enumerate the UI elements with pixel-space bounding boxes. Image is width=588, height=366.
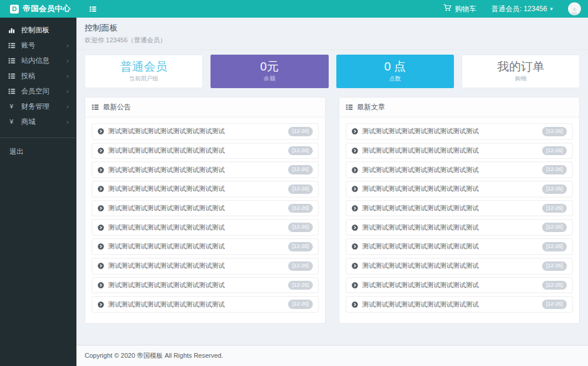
sidebar-item-label: 账号 — [21, 41, 35, 51]
stat-card-label: 点数 — [389, 75, 401, 83]
list-item-title: 测试测试测试测试测试测试测试测试测试 — [362, 261, 479, 270]
list-item[interactable]: 测试测试测试测试测试测试测试测试测试 [12-26] — [346, 143, 573, 159]
arrow-circle-icon — [98, 167, 104, 173]
arrow-circle-icon — [352, 282, 358, 288]
list-item[interactable]: 测试测试测试测试测试测试测试测试测试 [12-26] — [92, 219, 319, 236]
panels-row: 最新公告 测试测试测试测试测试测试测试测试测试 [12-26] 测试测试测试测试… — [76, 88, 588, 324]
sidebar-item-label: 商城 — [21, 117, 35, 127]
list-icon — [346, 104, 353, 110]
list-item[interactable]: 测试测试测试测试测试测试测试测试测试 [12-26] — [92, 277, 319, 294]
logo-icon: D — [10, 5, 19, 14]
list-item[interactable]: 测试测试测试测试测试测试测试测试测试 [12-26] — [346, 123, 573, 140]
list-item-title: 测试测试测试测试测试测试测试测试测试 — [362, 281, 479, 290]
list-item[interactable]: 测试测试测试测试测试测试测试测试测试 [12-26] — [92, 123, 319, 140]
list-item-title: 测试测试测试测试测试测试测试测试测试 — [108, 184, 225, 193]
arrow-circle-icon — [98, 301, 104, 308]
stat-card-0[interactable]: 普通会员 当前用户组 — [85, 55, 203, 88]
bar-chart-icon — [8, 27, 15, 33]
sidebar-item-1[interactable]: 账号 › — [0, 38, 76, 53]
copyright-text: Copyright © 2020 帝国模板 All Rights Reserve… — [85, 352, 223, 359]
chevron-right-icon: › — [66, 119, 69, 125]
list-item[interactable]: 测试测试测试测试测试测试测试测试测试 [12-26] — [346, 296, 573, 313]
list-item-date-badge: [12-26] — [288, 184, 313, 194]
brand[interactable]: D 帝国会员中心 — [0, 4, 76, 14]
list-item-title: 测试测试测试测试测试测试测试测试测试 — [362, 300, 479, 309]
list-item-title: 测试测试测试测试测试测试测试测试测试 — [362, 127, 479, 136]
arrow-circle-icon — [352, 263, 358, 269]
panel-title: 最新公告 — [103, 102, 131, 112]
list-item[interactable]: 测试测试测试测试测试测试测试测试测试 [12-26] — [346, 219, 573, 236]
list-item-date-badge: [12-26] — [288, 281, 313, 290]
chevron-right-icon: › — [66, 88, 69, 95]
list-item[interactable]: 测试测试测试测试测试测试测试测试测试 [12-26] — [92, 258, 319, 274]
stat-card-value: 我的订单 — [497, 60, 544, 73]
list-item-date-badge: [12-26] — [542, 184, 567, 194]
panel-list: 测试测试测试测试测试测试测试测试测试 [12-26] 测试测试测试测试测试测试测… — [85, 117, 325, 323]
list-item-date-badge: [12-26] — [288, 223, 313, 232]
sidebar-item-logout[interactable]: 退出 — [0, 138, 76, 166]
stat-card-3[interactable]: 我的订单 购物 — [462, 55, 580, 88]
list-item-title: 测试测试测试测试测试测试测试测试测试 — [108, 166, 225, 174]
panel-header: 最新文章 — [339, 98, 579, 117]
stat-card-2[interactable]: 0 点 点数 — [336, 55, 455, 88]
list-item[interactable]: 测试测试测试测试测试测试测试测试测试 [12-26] — [92, 143, 319, 159]
arrow-circle-icon — [352, 224, 358, 231]
sidebar-nav: 控制面板 › 账号 › 站内信息 › 投稿 › 会员空间 › ¥ 财务管理 › … — [0, 18, 76, 129]
arrow-circle-icon — [98, 243, 104, 250]
list-item-title: 测试测试测试测试测试测试测试测试测试 — [362, 204, 479, 213]
list-item[interactable]: 测试测试测试测试测试测试测试测试测试 [12-26] — [346, 181, 573, 197]
list-item-title: 测试测试测试测试测试测试测试测试测试 — [362, 146, 479, 155]
list-item[interactable]: 测试测试测试测试测试测试测试测试测试 [12-26] — [346, 239, 573, 255]
list-item[interactable]: 测试测试测试测试测试测试测试测试测试 [12-26] — [92, 181, 319, 197]
arrow-circle-icon — [352, 128, 358, 135]
list-item-date-badge: [12-26] — [542, 242, 567, 251]
list-item-title: 测试测试测试测试测试测试测试测试测试 — [362, 166, 479, 174]
list-item[interactable]: 测试测试测试测试测试测试测试测试测试 [12-26] — [346, 258, 573, 274]
sidebar-item-4[interactable]: 会员空间 › — [0, 83, 76, 99]
list-item-date-badge: [12-26] — [542, 165, 567, 174]
sidebar-item-label: 站内信息 — [21, 56, 49, 66]
avatar[interactable] — [568, 2, 581, 15]
sidebar-item-0[interactable]: 控制面板 › — [0, 22, 76, 38]
list-item[interactable]: 测试测试测试测试测试测试测试测试测试 [12-26] — [92, 200, 319, 217]
user-menu[interactable]: 普通会员: 123456 ▾ — [492, 4, 553, 14]
list-item[interactable]: 测试测试测试测试测试测试测试测试测试 [12-26] — [346, 200, 573, 217]
panel-list: 测试测试测试测试测试测试测试测试测试 [12-26] 测试测试测试测试测试测试测… — [339, 117, 579, 323]
list-item[interactable]: 测试测试测试测试测试测试测试测试测试 [12-26] — [346, 277, 573, 294]
list-item-title: 测试测试测试测试测试测试测试测试测试 — [108, 223, 225, 232]
top-header: D 帝国会员中心 购物车 普通会员: 123456 ▾ — [0, 0, 588, 18]
list-item-date-badge: [12-26] — [288, 242, 313, 251]
sidebar-item-3[interactable]: 投稿 › — [0, 68, 76, 83]
list-item-title: 测试测试测试测试测试测试测试测试测试 — [108, 261, 225, 270]
list-item-title: 测试测试测试测试测试测试测试测试测试 — [108, 281, 225, 290]
panel-title: 最新文章 — [357, 102, 385, 112]
list-item-date-badge: [12-26] — [542, 223, 567, 232]
sidebar-item-label: 控制面板 — [21, 25, 49, 35]
footer: Copyright © 2020 帝国模板 All Rights Reserve… — [76, 345, 588, 366]
sidebar-item-2[interactable]: 站内信息 › — [0, 53, 76, 68]
main-content: 控制面板 欢迎你 123456（普通会员） 普通会员 当前用户组 0元 余额 0… — [76, 18, 588, 366]
stat-card-1[interactable]: 0元 余额 — [211, 55, 329, 88]
list-item-date-badge: [12-26] — [288, 146, 313, 156]
list-item[interactable]: 测试测试测试测试测试测试测试测试测试 [12-26] — [92, 162, 319, 178]
sidebar-item-5[interactable]: ¥ 财务管理 › — [0, 99, 76, 114]
list-item[interactable]: 测试测试测试测试测试测试测试测试测试 [12-26] — [92, 239, 319, 255]
content-header: 控制面板 欢迎你 123456（普通会员） — [76, 18, 588, 50]
sidebar-item-6[interactable]: ¥ 商城 › — [0, 114, 76, 129]
sidebar: 控制面板 › 账号 › 站内信息 › 投稿 › 会员空间 › ¥ 财务管理 › … — [0, 18, 76, 366]
list-item-date-badge: [12-26] — [542, 261, 567, 271]
list-item-date-badge: [12-26] — [542, 300, 567, 309]
welcome-text: 欢迎你 123456（普通会员） — [85, 36, 580, 45]
list-icon — [8, 73, 15, 79]
yen-icon: ¥ — [8, 118, 15, 125]
list-item[interactable]: 测试测试测试测试测试测试测试测试测试 [12-26] — [346, 162, 573, 178]
list-item[interactable]: 测试测试测试测试测试测试测试测试测试 [12-26] — [92, 296, 319, 313]
cart-button[interactable]: 购物车 — [443, 4, 476, 14]
list-icon — [92, 104, 99, 110]
stat-card-value: 0元 — [260, 60, 279, 73]
sidebar-toggle-icon[interactable] — [89, 6, 96, 12]
list-item-title: 测试测试测试测试测试测试测试测试测试 — [362, 242, 479, 251]
cart-label: 购物车 — [455, 4, 476, 14]
list-item-title: 测试测试测试测试测试测试测试测试测试 — [108, 242, 225, 251]
list-item-date-badge: [12-26] — [288, 261, 313, 271]
